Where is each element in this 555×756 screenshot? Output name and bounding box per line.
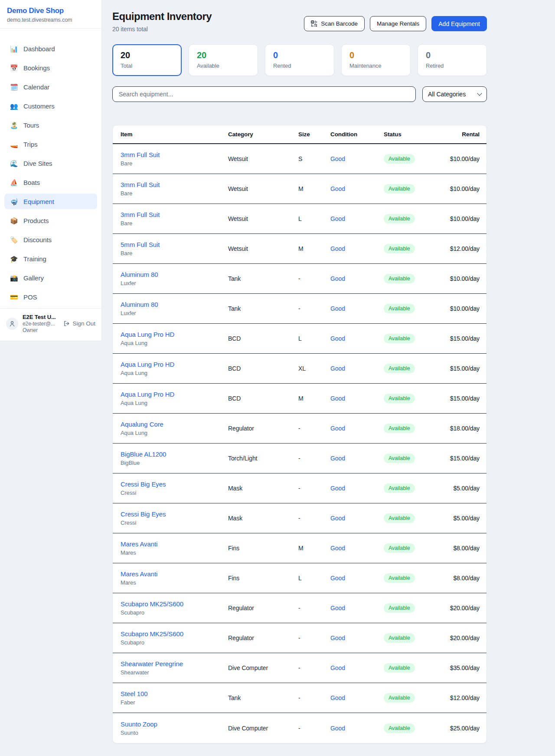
sidebar-item-dive-sites[interactable]: 🌊 Dive Sites — [4, 155, 97, 171]
cell-size: M — [298, 185, 330, 192]
condition-link[interactable]: Good — [330, 664, 345, 671]
cell-rental: $15.00/day — [431, 395, 480, 402]
condition-link[interactable]: Good — [330, 515, 345, 522]
item-link[interactable]: Mares Avanti — [121, 540, 157, 548]
item-brand: Luxfer — [121, 280, 228, 286]
condition-link[interactable]: Good — [330, 365, 345, 372]
table-row: Mares Avanti Mares Fins M Good Available… — [113, 533, 486, 563]
item-link[interactable]: Scubapro MK25/S600 — [121, 630, 183, 638]
item-link[interactable]: Cressi Big Eyes — [121, 510, 166, 518]
scan-barcode-button[interactable]: Scan Barcode — [304, 16, 365, 31]
item-link[interactable]: 3mm Full Suit — [121, 211, 160, 218]
cell-category: Fins — [228, 545, 298, 552]
cell-size: - — [298, 694, 330, 701]
item-brand: Scubapro — [121, 609, 228, 616]
cell-rental: $25.00/day — [431, 725, 480, 732]
stat-card-rented[interactable]: 0 Rented — [265, 44, 334, 76]
condition-link[interactable]: Good — [330, 605, 345, 611]
item-brand: Aqua Lung — [121, 370, 228, 376]
sidebar-item-calendar[interactable]: 🗓️ Calendar — [4, 79, 97, 95]
condition-link[interactable]: Good — [330, 485, 345, 492]
stat-card-total[interactable]: 20 Total — [112, 44, 182, 76]
condition-link[interactable]: Good — [330, 185, 345, 192]
item-link[interactable]: Aluminum 80 — [121, 301, 158, 308]
sidebar-item-training[interactable]: 🎓 Training — [4, 251, 97, 266]
cell-category: BCD — [228, 395, 298, 402]
cell-category: Tank — [228, 275, 298, 282]
item-link[interactable]: Shearwater Peregrine — [121, 660, 183, 667]
item-link[interactable]: Aqualung Core — [121, 421, 163, 428]
table-row: 3mm Full Suit Bare Wetsuit L Good Availa… — [113, 204, 486, 234]
sidebar-item-equipment[interactable]: 🤿 Equipment — [4, 194, 97, 209]
sidebar-item-boats[interactable]: ⛵ Boats — [4, 174, 97, 190]
sidebar-item-bookings[interactable]: 📅 Bookings — [4, 60, 97, 76]
sidebar-item-dashboard[interactable]: 📊 Dashboard — [4, 41, 97, 56]
condition-link[interactable]: Good — [330, 455, 345, 462]
item-link[interactable]: Steel 100 — [121, 690, 147, 697]
brand-name[interactable]: Demo Dive Shop — [7, 7, 95, 15]
stat-card-retired[interactable]: 0 Retired — [418, 44, 487, 76]
cell-category: BCD — [228, 365, 298, 372]
sidebar-item-tours[interactable]: 🏝️ Tours — [4, 117, 97, 133]
item-link[interactable]: Mares Avanti — [121, 570, 157, 578]
condition-link[interactable]: Good — [330, 395, 345, 402]
item-link[interactable]: Aqua Lung Pro HD — [121, 361, 174, 368]
sidebar-item-label: Dive Sites — [23, 160, 52, 167]
condition-link[interactable]: Good — [330, 245, 345, 252]
calendar-date-icon: 📅 — [10, 65, 18, 71]
cell-size: - — [298, 275, 330, 282]
manage-rentals-button[interactable]: Manage Rentals — [370, 16, 426, 31]
condition-link[interactable]: Good — [330, 634, 345, 641]
items-total-text: 20 items total — [112, 26, 212, 33]
sidebar-item-products[interactable]: 📦 Products — [4, 213, 97, 228]
item-link[interactable]: 5mm Full Suit — [121, 241, 160, 248]
item-link[interactable]: Aluminum 80 — [121, 271, 158, 278]
item-link[interactable]: Suunto Zoop — [121, 720, 157, 728]
stat-card-available[interactable]: 20 Available — [189, 44, 258, 76]
page-header: Equipment Inventory 20 items total — [112, 10, 487, 33]
cell-rental: $8.00/day — [431, 545, 480, 552]
cell-rental: $15.00/day — [431, 365, 480, 372]
status-badge: Available — [384, 214, 415, 224]
cell-category: Dive Computer — [228, 664, 298, 671]
item-link[interactable]: Aqua Lung Pro HD — [121, 391, 174, 398]
condition-link[interactable]: Good — [330, 215, 345, 222]
condition-link[interactable]: Good — [330, 694, 345, 701]
sidebar-item-trips[interactable]: 🚤 Trips — [4, 136, 97, 152]
category-select[interactable]: All Categories — [422, 86, 487, 102]
sidebar-item-label: Customers — [23, 102, 55, 110]
item-link[interactable]: Aqua Lung Pro HD — [121, 331, 174, 338]
sidebar-item-customers[interactable]: 👥 Customers — [4, 98, 97, 114]
graduation-cap-icon: 🎓 — [10, 256, 18, 262]
condition-link[interactable]: Good — [330, 425, 345, 432]
item-link[interactable]: Scubapro MK25/S600 — [121, 600, 183, 608]
stat-card-maintenance[interactable]: 0 Maintenance — [341, 44, 411, 76]
item-link[interactable]: 3mm Full Suit — [121, 151, 160, 158]
user-name: E2E Test U... — [23, 314, 59, 320]
condition-link[interactable]: Good — [330, 575, 345, 582]
sidebar-item-discounts[interactable]: 🏷️ Discounts — [4, 232, 97, 247]
sidebar-item-gallery[interactable]: 📸 Gallery — [4, 270, 97, 286]
cell-category: Tank — [228, 694, 298, 701]
condition-link[interactable]: Good — [330, 275, 345, 282]
sidebar-item-label: POS — [23, 293, 37, 301]
search-input[interactable] — [112, 86, 416, 102]
condition-link[interactable]: Good — [330, 335, 345, 342]
condition-link[interactable]: Good — [330, 725, 345, 732]
condition-link[interactable]: Good — [330, 545, 345, 552]
add-equipment-button[interactable]: Add Equipment — [431, 16, 487, 31]
item-brand: Cressi — [121, 519, 228, 526]
sidebar-item-pos[interactable]: 💳 POS — [4, 289, 97, 305]
table-row: 3mm Full Suit Bare Wetsuit M Good Availa… — [113, 174, 486, 204]
cell-rental: $10.00/day — [431, 305, 480, 312]
status-badge: Available — [384, 244, 415, 253]
sign-out-button[interactable]: Sign Out — [63, 320, 95, 327]
item-link[interactable]: 3mm Full Suit — [121, 181, 160, 188]
table-row: Suunto Zoop Suunto Dive Computer - Good … — [113, 713, 486, 743]
condition-link[interactable]: Good — [330, 305, 345, 312]
condition-link[interactable]: Good — [330, 155, 345, 162]
item-link[interactable]: BigBlue AL1200 — [121, 450, 166, 458]
cell-size: L — [298, 335, 330, 342]
cell-rental: $15.00/day — [431, 455, 480, 462]
item-link[interactable]: Cressi Big Eyes — [121, 480, 166, 488]
